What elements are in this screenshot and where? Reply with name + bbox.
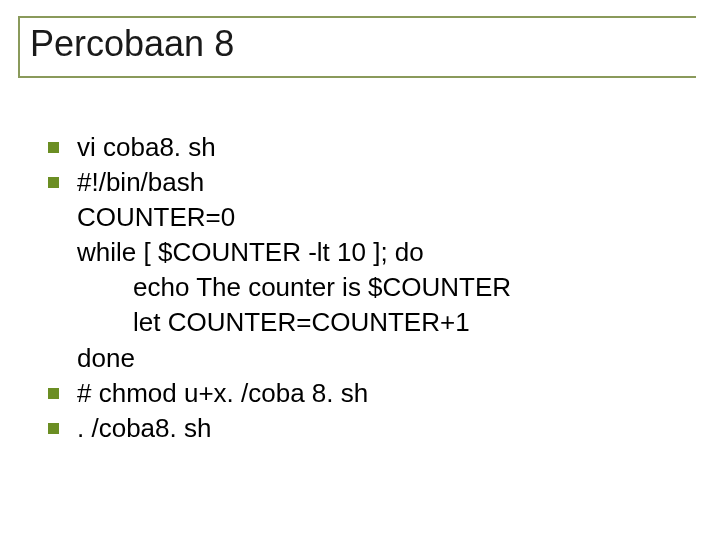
list-item: echo The counter is $COUNTER: [48, 270, 672, 305]
title-container: Percobaan 8: [18, 16, 696, 86]
bullet-icon: [48, 423, 59, 434]
list-item: # chmod u+x. /coba 8. sh: [48, 376, 672, 411]
slide-title: Percobaan 8: [28, 22, 244, 69]
slide-body: vi coba8. sh #!/bin/bash COUNTER=0 while…: [48, 130, 672, 446]
title-rule-bottom: [18, 76, 696, 78]
line-text: COUNTER=0: [77, 200, 672, 235]
list-item: while [ $COUNTER -lt 10 ]; do: [48, 235, 672, 270]
line-text: #!/bin/bash: [77, 165, 672, 200]
list-item: . /coba8. sh: [48, 411, 672, 446]
line-text: let COUNTER=COUNTER+1: [77, 305, 672, 340]
slide: Percobaan 8 vi coba8. sh #!/bin/bash COU…: [0, 0, 720, 540]
list-item: #!/bin/bash: [48, 165, 672, 200]
line-text: . /coba8. sh: [77, 411, 672, 446]
bullet-icon: [48, 142, 59, 153]
list-item: done: [48, 341, 672, 376]
line-text: done: [77, 341, 672, 376]
line-text: # chmod u+x. /coba 8. sh: [77, 376, 672, 411]
line-text: while [ $COUNTER -lt 10 ]; do: [77, 235, 672, 270]
line-text: echo The counter is $COUNTER: [77, 270, 672, 305]
bullet-icon: [48, 177, 59, 188]
line-text: vi coba8. sh: [77, 130, 672, 165]
bullet-icon: [48, 388, 59, 399]
title-rule-left: [18, 16, 20, 76]
list-item: vi coba8. sh: [48, 130, 672, 165]
title-rule-top: [18, 16, 696, 18]
list-item: let COUNTER=COUNTER+1: [48, 305, 672, 340]
list-item: COUNTER=0: [48, 200, 672, 235]
